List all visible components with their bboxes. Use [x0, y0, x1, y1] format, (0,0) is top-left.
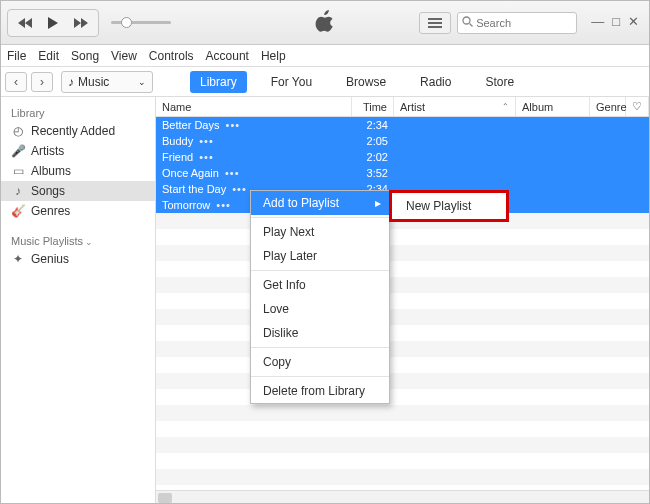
ctx-dislike[interactable]: Dislike — [251, 321, 389, 345]
col-time[interactable]: Time — [352, 97, 394, 116]
minimize-button[interactable]: — — [591, 14, 604, 29]
submenu-new-playlist[interactable]: New Playlist — [392, 196, 506, 216]
play-button[interactable] — [40, 13, 66, 33]
ctx-separator — [251, 217, 389, 218]
sidebar-item-recent[interactable]: ◴Recently Added — [1, 121, 155, 141]
cell-name: Buddy ••• — [156, 135, 352, 147]
more-icon[interactable]: ••• — [195, 135, 214, 147]
table-row[interactable]: Once Again •••3:52 — [156, 165, 649, 181]
window-controls: — □ ✕ — [591, 12, 639, 29]
menu-edit[interactable]: Edit — [38, 49, 59, 63]
col-genre[interactable]: Genre — [590, 97, 626, 116]
genius-icon: ✦ — [11, 252, 25, 266]
empty-row — [156, 469, 649, 485]
sidebar-item-label: Recently Added — [31, 124, 115, 138]
chevron-updown-icon: ⌄ — [138, 77, 146, 87]
note-icon: ♪ — [11, 184, 25, 198]
ctx-separator — [251, 270, 389, 271]
ctx-play-next[interactable]: Play Next — [251, 220, 389, 244]
guitar-icon: 🎸 — [11, 204, 25, 218]
sidebar-header-library: Library — [1, 103, 155, 121]
context-menu: Add to Playlist▸ Play Next Play Later Ge… — [250, 190, 390, 404]
column-headers: Name Time Artist⌃ Album Genre ♡ — [156, 97, 649, 117]
empty-row — [156, 357, 649, 373]
svg-line-1 — [470, 23, 473, 26]
sidebar-item-genius[interactable]: ✦Genius — [1, 249, 155, 269]
list-view-button[interactable] — [419, 12, 451, 34]
more-icon[interactable]: ••• — [221, 167, 240, 179]
volume-track[interactable] — [111, 21, 171, 24]
ctx-love[interactable]: Love — [251, 297, 389, 321]
source-select[interactable]: ♪ Music ⌄ — [61, 71, 153, 93]
search-input[interactable] — [476, 17, 561, 29]
ctx-get-info[interactable]: Get Info — [251, 273, 389, 297]
menu-bar: File Edit Song View Controls Account Hel… — [1, 45, 649, 67]
more-icon[interactable]: ••• — [228, 183, 247, 195]
empty-row — [156, 245, 649, 261]
empty-row — [156, 293, 649, 309]
sidebar-item-songs[interactable]: ♪Songs — [1, 181, 155, 201]
cell-time: 2:05 — [352, 135, 394, 147]
cell-name: Friend ••• — [156, 151, 352, 163]
col-artist[interactable]: Artist⌃ — [394, 97, 516, 116]
menu-help[interactable]: Help — [261, 49, 286, 63]
empty-row — [156, 405, 649, 421]
scrollbar-thumb[interactable] — [158, 493, 172, 503]
tab-store[interactable]: Store — [475, 71, 524, 93]
sidebar-item-albums[interactable]: ▭Albums — [1, 161, 155, 181]
table-row[interactable]: Better Days •••2:34 — [156, 117, 649, 133]
apple-logo-icon — [315, 10, 335, 35]
ctx-copy[interactable]: Copy — [251, 350, 389, 374]
cell-time: 3:52 — [352, 167, 394, 179]
sidebar-item-label: Songs — [31, 184, 65, 198]
volume-control[interactable] — [111, 21, 171, 24]
volume-thumb[interactable] — [121, 17, 132, 28]
toolbar: ‹ › ♪ Music ⌄ Library For You Browse Rad… — [1, 67, 649, 97]
menu-controls[interactable]: Controls — [149, 49, 194, 63]
menu-song[interactable]: Song — [71, 49, 99, 63]
ctx-play-later[interactable]: Play Later — [251, 244, 389, 268]
search-icon — [462, 16, 473, 30]
tab-library[interactable]: Library — [190, 71, 247, 93]
sidebar-item-label: Genres — [31, 204, 70, 218]
chevron-down-icon: ⌄ — [85, 237, 93, 247]
more-icon[interactable]: ••• — [195, 151, 214, 163]
menu-account[interactable]: Account — [206, 49, 249, 63]
nav-back-button[interactable]: ‹ — [5, 72, 27, 92]
ctx-add-to-playlist[interactable]: Add to Playlist▸ — [251, 191, 389, 215]
tab-radio[interactable]: Radio — [410, 71, 461, 93]
sidebar-header-playlists[interactable]: Music Playlists⌄ — [1, 231, 155, 249]
empty-row — [156, 277, 649, 293]
sidebar-item-label: Genius — [31, 252, 69, 266]
sidebar-item-genres[interactable]: 🎸Genres — [1, 201, 155, 221]
col-love[interactable]: ♡ — [626, 97, 649, 116]
tab-browse[interactable]: Browse — [336, 71, 396, 93]
cell-time: 2:34 — [352, 119, 394, 131]
col-name[interactable]: Name — [156, 97, 352, 116]
sort-caret-icon: ⌃ — [502, 102, 509, 111]
menu-file[interactable]: File — [7, 49, 26, 63]
nav-forward-button[interactable]: › — [31, 72, 53, 92]
empty-row — [156, 309, 649, 325]
next-button[interactable] — [68, 13, 94, 33]
more-icon[interactable]: ••• — [221, 119, 240, 131]
content: Name Time Artist⌃ Album Genre ♡ Better D… — [156, 97, 649, 504]
more-icon[interactable]: ••• — [212, 199, 231, 211]
sidebar-item-artists[interactable]: 🎤Artists — [1, 141, 155, 161]
tab-for-you[interactable]: For You — [261, 71, 322, 93]
menu-view[interactable]: View — [111, 49, 137, 63]
table-row[interactable]: Buddy •••2:05 — [156, 133, 649, 149]
playback-controls — [7, 9, 99, 37]
search-field[interactable] — [457, 12, 577, 34]
submenu-arrow-icon: ▸ — [375, 196, 381, 210]
maximize-button[interactable]: □ — [612, 14, 620, 29]
col-album[interactable]: Album — [516, 97, 590, 116]
ctx-delete[interactable]: Delete from Library — [251, 379, 389, 403]
prev-button[interactable] — [12, 13, 38, 33]
sidebar-item-label: Albums — [31, 164, 71, 178]
horizontal-scrollbar[interactable] — [156, 490, 649, 504]
tabs: Library For You Browse Radio Store — [190, 71, 524, 93]
empty-row — [156, 325, 649, 341]
table-row[interactable]: Friend •••2:02 — [156, 149, 649, 165]
close-button[interactable]: ✕ — [628, 14, 639, 29]
